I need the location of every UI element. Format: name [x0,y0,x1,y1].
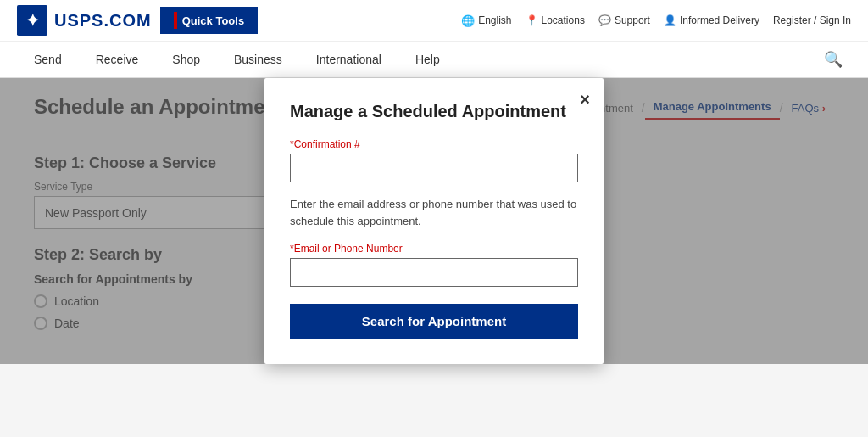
search-icon[interactable]: 🔍 [815,42,851,77]
main-nav: Send Receive Shop Business International… [0,41,868,77]
search-appointment-button[interactable]: Search for Appointment [290,304,578,339]
quick-tools-label: Quick Tools [182,14,244,27]
svg-text:✦: ✦ [25,11,40,30]
modal-title: Manage a Scheduled Appointment [290,102,578,121]
header-top: ✦ USPS.COM Quick Tools 🌐 English 📍 Locat… [0,0,868,41]
header: ✦ USPS.COM Quick Tools 🌐 English 📍 Locat… [0,0,868,78]
support-link[interactable]: 💬 Support [598,14,650,26]
eagle-icon: ✦ [17,5,47,36]
logo-area: ✦ USPS.COM Quick Tools [17,5,258,36]
informed-delivery-link[interactable]: 👤 Informed Delivery [664,14,760,26]
modal-hint-text: Enter the email address or phone number … [290,196,578,229]
modal-dialog: × Manage a Scheduled Appointment *Confir… [264,78,604,364]
email-phone-input[interactable] [290,258,578,287]
page-wrapper: Schedule an Appointment Schedule an Appo… [0,78,868,364]
nav-send[interactable]: Send [17,42,79,76]
modal-close-button[interactable]: × [580,90,590,109]
location-icon: 📍 [526,14,538,26]
nav-receive[interactable]: Receive [79,42,156,76]
locations-link[interactable]: 📍 Locations [526,14,585,26]
informed-delivery-icon: 👤 [664,14,676,26]
email-label: *Email or Phone Number [290,243,578,255]
quick-tools-button[interactable]: Quick Tools [160,7,258,34]
usps-logo[interactable]: ✦ USPS.COM [17,5,152,36]
confirmation-input[interactable] [290,154,578,182]
nav-help[interactable]: Help [398,42,457,76]
usps-logo-text: USPS.COM [54,11,152,31]
nav-shop[interactable]: Shop [155,42,217,76]
register-signin-link[interactable]: Register / Sign In [773,14,851,26]
qt-red-bar [174,12,177,29]
header-top-right: 🌐 English 📍 Locations 💬 Support 👤 Inform… [461,14,851,27]
nav-business[interactable]: Business [217,42,299,76]
confirmation-label: *Confirmation # [290,138,578,150]
nav-items: Send Receive Shop Business International… [17,42,457,76]
support-icon: 💬 [598,14,611,26]
nav-international[interactable]: International [299,42,398,76]
language-link[interactable]: 🌐 English [461,14,511,27]
modal-overlay: × Manage a Scheduled Appointment *Confir… [0,78,868,364]
globe-icon: 🌐 [461,14,475,27]
